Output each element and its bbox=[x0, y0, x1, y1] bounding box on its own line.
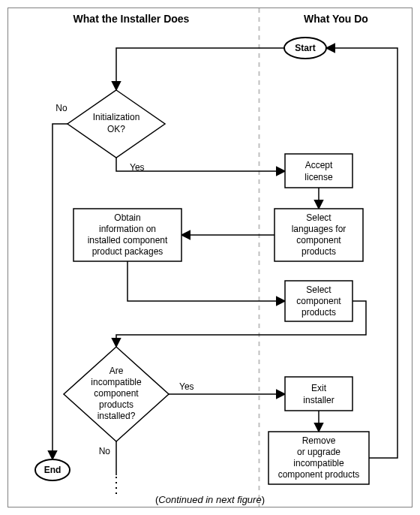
process-obtain-info: Obtain information on installed componen… bbox=[74, 209, 182, 261]
svg-rect-29 bbox=[285, 377, 352, 411]
svg-text:or upgrade: or upgrade bbox=[297, 447, 340, 457]
svg-text:information on: information on bbox=[99, 224, 156, 234]
header-right: What You Do bbox=[304, 13, 368, 25]
flowchart-diagram: What the Installer Does What You Do Star… bbox=[0, 0, 420, 515]
label-yes-incompat: Yes bbox=[179, 381, 194, 392]
svg-text:component: component bbox=[94, 388, 139, 399]
svg-text:installer: installer bbox=[303, 395, 334, 405]
process-exit-installer: Exit installer bbox=[285, 377, 352, 411]
svg-text:Select: Select bbox=[306, 285, 332, 295]
svg-text:Are: Are bbox=[110, 366, 124, 376]
svg-text:license: license bbox=[304, 172, 333, 182]
svg-text:languages for: languages for bbox=[292, 224, 346, 234]
svg-text:OK?: OK? bbox=[107, 124, 125, 134]
svg-text:products: products bbox=[302, 246, 336, 257]
svg-text:Exit: Exit bbox=[311, 383, 327, 393]
svg-text:component products: component products bbox=[278, 469, 360, 480]
svg-text:products: products bbox=[302, 307, 336, 318]
svg-text:Accept: Accept bbox=[305, 160, 333, 170]
svg-text:Remove: Remove bbox=[302, 435, 336, 446]
svg-text:Select: Select bbox=[306, 212, 332, 223]
start-node: Start bbox=[284, 38, 326, 59]
edge-obtain-selectcomp bbox=[128, 261, 285, 301]
process-select-languages: Select languages for component products bbox=[274, 209, 363, 261]
header-left: What the Installer Does bbox=[74, 13, 190, 25]
svg-text:component: component bbox=[296, 296, 341, 306]
svg-text:products: products bbox=[99, 399, 134, 410]
svg-text:incompatible: incompatible bbox=[293, 458, 344, 468]
svg-text:installed?: installed? bbox=[98, 411, 136, 421]
decision-incompatible: Are incompatible component products inst… bbox=[64, 347, 169, 441]
svg-text:installed component: installed component bbox=[88, 235, 168, 245]
process-accept-license: Accept license bbox=[285, 154, 352, 188]
label-no-init: No bbox=[56, 103, 68, 113]
process-remove-upgrade: Remove or upgrade incompatible component… bbox=[268, 432, 369, 484]
svg-text:component: component bbox=[296, 235, 341, 245]
svg-text:End: End bbox=[44, 465, 62, 475]
process-select-components: Select component products bbox=[285, 281, 352, 321]
footer-text: (Continued in next figure) bbox=[155, 494, 265, 505]
svg-text:incompatible: incompatible bbox=[91, 377, 142, 387]
svg-rect-6 bbox=[285, 154, 352, 188]
svg-text:Obtain: Obtain bbox=[114, 212, 140, 223]
svg-text:product packages: product packages bbox=[92, 246, 164, 257]
svg-text:Start: Start bbox=[295, 43, 315, 53]
svg-text:Initialization: Initialization bbox=[93, 112, 140, 122]
label-no-incompat: No bbox=[99, 446, 111, 456]
end-node: End bbox=[35, 459, 70, 480]
decision-init-ok: Initialization OK? bbox=[68, 90, 165, 158]
edge-init-no-end bbox=[52, 124, 68, 459]
